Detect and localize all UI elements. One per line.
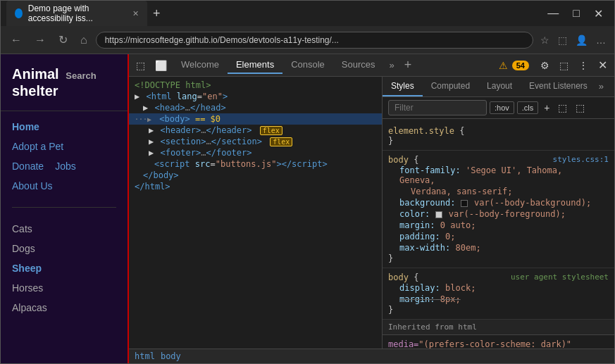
html-header: ▶ <header>…</header> flex: [129, 125, 382, 136]
address-text: https://microsoftedge.github.io/Demos/de…: [105, 35, 524, 45]
body-prop-margin: margin: 0 auto;: [388, 220, 609, 231]
device-icon[interactable]: ⬜: [151, 58, 171, 73]
tab-close-button[interactable]: ✕: [132, 9, 139, 18]
color-swatch[interactable]: [435, 211, 442, 218]
back-button[interactable]: ←: [6, 32, 26, 48]
devtools-panel: ⬚ ⬜ Welcome Elements Console Sources » +…: [128, 54, 614, 363]
hov-button[interactable]: :hov: [490, 101, 514, 114]
body-ua-display: display: block;: [388, 282, 609, 294]
element-style-selector: element.style {: [388, 126, 609, 136]
html-doctype: <!DOCTYPE html>: [129, 80, 382, 91]
nav-about[interactable]: About Us: [1, 176, 128, 196]
maximize-button[interactable]: □: [567, 6, 585, 22]
minimize-button[interactable]: —: [542, 6, 564, 22]
forward-button[interactable]: →: [30, 32, 50, 48]
nav-dogs[interactable]: Dogs: [1, 239, 128, 258]
element-style-rule: element.style { }: [383, 122, 614, 151]
extensions-icon[interactable]: ⬚: [555, 33, 570, 47]
devtools-settings-icon[interactable]: ⚙: [536, 58, 554, 73]
logo-search: Search: [66, 70, 96, 81]
body-ua-margin: margin: 8px;: [388, 294, 609, 305]
styles-more-tabs[interactable]: »: [596, 77, 607, 96]
html-footer: ▶ <footer>…</footer>: [129, 147, 382, 158]
breadcrumb-html[interactable]: html: [135, 351, 155, 361]
more-tabs-icon[interactable]: »: [385, 60, 399, 70]
body-rule-header: body { styles.css:1: [388, 155, 609, 165]
browser-window: Demo page with accessibility iss... ✕ + …: [0, 0, 615, 364]
background-swatch[interactable]: [461, 200, 468, 207]
styles-content: element.style { } body { styles.css:1: [383, 119, 614, 349]
inspect-icon[interactable]: ⬚: [132, 58, 149, 73]
html-body[interactable]: ···▶ <body> == $0: [129, 113, 382, 125]
inherited-header: Inherited from html: [383, 320, 614, 335]
donate-jobs-row: Donate Jobs: [1, 156, 128, 176]
sidebar-animals: Cats Dogs Sheep Horses Alpacas: [1, 213, 128, 323]
tab-title: Demo page with accessibility iss...: [28, 4, 127, 23]
window-controls: — □ ✕: [542, 6, 609, 22]
close-button[interactable]: ✕: [588, 6, 609, 22]
body-ua-rule-close: }: [388, 305, 609, 315]
nav-adopt[interactable]: Adopt a Pet: [1, 137, 128, 156]
html-section: ▶ <section>…</section> flex: [129, 136, 382, 147]
body-prop-max-width: max-width: 80em;: [388, 242, 609, 253]
html-panel[interactable]: <!DOCTYPE html> ▶ <html lang="en"> ▶ <he…: [129, 77, 383, 349]
sidebar-divider: [12, 207, 116, 208]
nav-horses[interactable]: Horses: [1, 278, 128, 298]
profile-icon[interactable]: 👤: [573, 33, 590, 47]
add-tab-icon[interactable]: +: [400, 58, 416, 73]
styles-tab-computed[interactable]: Computed: [423, 77, 478, 96]
html-body-close: </body>: [129, 170, 382, 181]
toggle-changes-icon[interactable]: ⬚: [573, 101, 588, 115]
tab-sources[interactable]: Sources: [333, 56, 384, 74]
devtools-close-button[interactable]: ✕: [594, 57, 611, 73]
nav-donate[interactable]: Donate: [12, 161, 44, 172]
new-tab-button[interactable]: +: [150, 6, 163, 21]
element-style-close: }: [388, 136, 609, 146]
body-style-rule: body { styles.css:1 font-family: 'Segoe …: [383, 151, 614, 268]
styles-panel: Styles Computed Layout Event Listeners »…: [383, 77, 614, 349]
favorites-icon[interactable]: ☆: [538, 33, 552, 47]
settings-icon[interactable]: …: [593, 33, 609, 47]
styles-filter-input[interactable]: [388, 100, 487, 115]
refresh-button[interactable]: ↻: [54, 32, 72, 48]
html-html-close: </html>: [129, 181, 382, 192]
nav-jobs[interactable]: Jobs: [55, 161, 76, 172]
styles-tabs: Styles Computed Layout Event Listeners »: [383, 77, 614, 97]
new-style-rule-icon[interactable]: ⬚: [555, 101, 570, 115]
title-bar: Demo page with accessibility iss... ✕ + …: [1, 1, 614, 26]
body-ua-style-rule: body { user agent stylesheet display: bl…: [383, 268, 614, 320]
media-rule: media="(prefers-color-scheme: dark)": [388, 339, 609, 349]
devtools-content: <!DOCTYPE html> ▶ <html lang="en"> ▶ <he…: [129, 77, 614, 349]
styles-tab-layout[interactable]: Layout: [478, 77, 521, 96]
body-prop-padding: padding: 0;: [388, 231, 609, 242]
nav-alpacas[interactable]: Alpacas: [1, 298, 128, 318]
sidebar-nav: Home Adopt a Pet Donate Jobs About Us: [1, 111, 128, 201]
body-prop-font-family-cont: Verdana, sans-serif;: [388, 186, 609, 197]
sidebar-logo: Animal Search shelter: [1, 54, 128, 111]
nav-sheep[interactable]: Sheep: [1, 258, 128, 278]
tab-elements[interactable]: Elements: [228, 56, 282, 74]
nav-icons: ☆ ⬚ 👤 …: [538, 33, 609, 47]
tab-console[interactable]: Console: [282, 56, 333, 74]
home-button[interactable]: ⌂: [76, 32, 92, 48]
issues-icon: ⚠: [499, 60, 508, 71]
devtools-more-icon[interactable]: ⋮: [574, 58, 592, 73]
issues-badge[interactable]: ⚠ 54: [495, 58, 535, 73]
styles-tab-styles[interactable]: Styles: [383, 77, 423, 96]
address-bar[interactable]: https://microsoftedge.github.io/Demos/de…: [96, 32, 533, 49]
styles-tab-events[interactable]: Event Listeners: [521, 77, 596, 96]
devtools-tabs: Welcome Elements Console Sources: [173, 56, 384, 74]
body-prop-background: background: var(--body-background);: [388, 197, 609, 208]
devtools-dock-icon[interactable]: ⬚: [555, 58, 573, 73]
cls-button[interactable]: .cls: [517, 101, 539, 114]
breadcrumb-body[interactable]: body: [161, 351, 181, 361]
logo-animal: Animal: [12, 66, 59, 82]
html-open: ▶ <html lang="en">: [129, 91, 382, 102]
nav-cats[interactable]: Cats: [1, 219, 128, 239]
active-tab[interactable]: Demo page with accessibility iss... ✕: [6, 1, 147, 26]
root-style-rule: media="(prefers-color-scheme: dark)" :ro…: [383, 335, 614, 349]
tab-welcome[interactable]: Welcome: [173, 56, 228, 74]
nav-home[interactable]: Home: [1, 117, 128, 137]
tab-favicon: [15, 8, 23, 18]
add-style-icon[interactable]: +: [541, 101, 552, 115]
